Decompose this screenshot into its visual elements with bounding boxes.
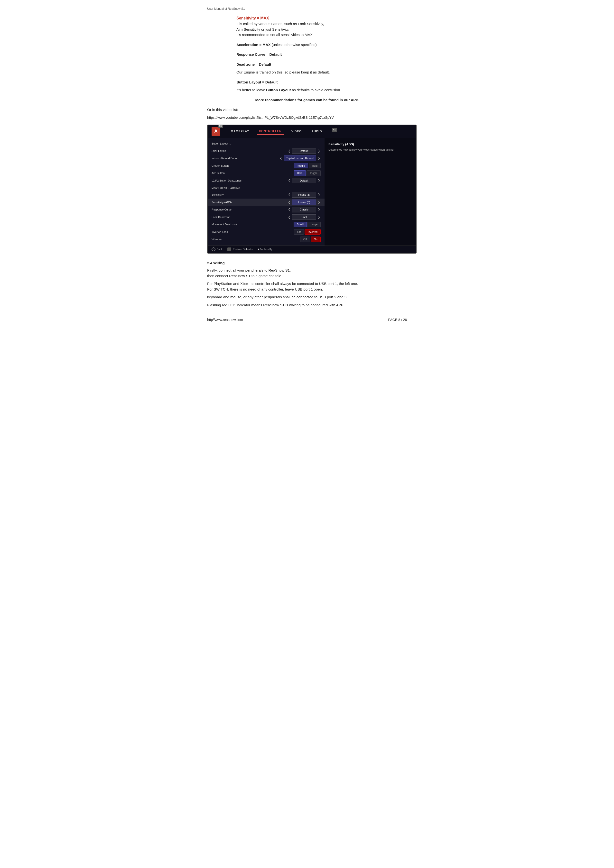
nav-r1: R1 [332, 128, 337, 132]
toggle-inverted-off[interactable]: Off [294, 229, 304, 235]
control-interact-reload: ❮ Tap to Use and Reload ❯ [279, 155, 321, 161]
toggle-crouch-hold[interactable]: Hold [309, 163, 321, 169]
nav-gameplay[interactable]: GAMEPLAY [229, 128, 251, 135]
arrow-left-sensitivity-ads[interactable]: ❮ [288, 200, 291, 205]
value-l2r2-deadzones: Default [292, 178, 316, 183]
dead-zone-title: Dead zone = Default [236, 62, 407, 67]
label-sensitivity: Sensitivity [211, 193, 288, 197]
row-sensitivity-ads[interactable]: Sensitivity (ADS) ❮ Insane (8) ❯ [208, 198, 325, 206]
dead-zone-body: Our Engine is trained on this, so please… [236, 70, 407, 75]
arrow-right-look-deadzone[interactable]: ❯ [317, 215, 321, 219]
acceleration-bold: Acceleration = MAX [236, 43, 270, 47]
row-movement-deadzone[interactable]: Movement Deadzone Small Large [208, 221, 325, 228]
label-movement-deadzone: Movement Deadzone [211, 222, 294, 226]
toggle-vibration-off[interactable]: Off [300, 237, 310, 242]
wiring-para4: Flashing red LED indicator means ReaSnow… [207, 302, 407, 308]
label-button-layout: Button Layout ... [211, 142, 321, 146]
toggle-movement-small[interactable]: Small [294, 222, 307, 227]
info-title: Sensitivity (ADS) [328, 142, 412, 147]
toggle-aim-toggle[interactable]: Toggle [306, 170, 321, 176]
control-l2r2-deadzones: ❮ Default ❯ [288, 178, 321, 183]
toggle-vibration-on[interactable]: On [311, 237, 321, 242]
youtube-url: https://www.youtube.com/playlist?list=PL… [207, 115, 407, 120]
label-response-curve: Response Curve [211, 208, 288, 212]
wiring-para3: keyboard and mouse, or any other periphe… [207, 294, 407, 300]
label-sensitivity-ads: Sensitivity (ADS) [211, 200, 288, 205]
arrow-right-sensitivity-ads[interactable]: ❯ [317, 200, 321, 205]
back-icon: ○ [211, 248, 216, 251]
control-movement-deadzone: Small Large [294, 222, 321, 227]
row-look-deadzone[interactable]: Look Deadzone ❮ Small ❯ [208, 214, 325, 221]
r1-badge: R1 [218, 125, 223, 129]
game-nav: A R1 GAMEPLAY CONTROLLER VIDEO AUDIO R1 [208, 125, 416, 138]
row-aim-button[interactable]: Aim Button Hold Toggle [208, 169, 325, 177]
row-stick-layout[interactable]: Stick Layout ❮ Default ❯ [208, 147, 325, 155]
arrow-right-l2r2[interactable]: ❯ [317, 178, 321, 183]
value-look-deadzone: Small [292, 214, 316, 220]
settings-panel: Button Layout ... Stick Layout ❮ Default… [208, 138, 325, 245]
arrow-right-interact[interactable]: ❯ [317, 156, 321, 160]
section-header-movement: MOVEMENT / AIMING [208, 184, 325, 191]
arrow-right-sensitivity[interactable]: ❯ [317, 192, 321, 197]
label-l2r2-deadzones: L2/R2 Button Deadzones [211, 178, 288, 183]
dead-zone-section: Dead zone = Default Our Engine is traine… [207, 62, 407, 75]
sensitivity-section: Sensitivity = MAX It is called by variou… [207, 16, 407, 38]
arrow-left-response-curve[interactable]: ❮ [288, 207, 291, 212]
row-l2r2-deadzones[interactable]: L2/R2 Button Deadzones ❮ Default ❯ [208, 177, 325, 184]
recommendation-section: More recommendations for games can be fo… [207, 97, 407, 103]
wiring-para2: For PlayStation and Xbox, its controller… [207, 281, 407, 292]
nav-video[interactable]: VIDEO [289, 128, 303, 135]
value-response-curve: Classic [292, 207, 316, 212]
control-sensitivity: ❮ Insane (8) ❯ [288, 192, 321, 198]
label-stick-layout: Stick Layout [211, 149, 288, 153]
nav-audio[interactable]: AUDIO [309, 128, 324, 135]
arrow-left-stick[interactable]: ❮ [288, 149, 291, 153]
row-interact-reload[interactable]: Interact/Reload Button ❮ Tap to Use and … [208, 155, 325, 162]
game-bottom-bar: ○ Back Restore Defaults ✦/✧ Modify [208, 245, 416, 253]
restore-defaults-button[interactable]: Restore Defaults [227, 247, 252, 251]
toggle-inverted-on[interactable]: Inverted [305, 229, 321, 235]
restore-label: Restore Defaults [233, 247, 252, 251]
nav-controller[interactable]: CONTROLLER [257, 128, 283, 135]
arrow-left-l2r2[interactable]: ❮ [288, 178, 291, 183]
label-crouch-button: Crouch Button [211, 164, 294, 168]
row-vibration[interactable]: Vibration Off On [208, 236, 325, 243]
modify-button[interactable]: ✦/✧ Modify [257, 247, 272, 252]
arrow-right-response-curve[interactable]: ❯ [317, 207, 321, 212]
arrow-left-sensitivity[interactable]: ❮ [288, 192, 291, 197]
arrow-left-interact[interactable]: ❮ [279, 156, 283, 160]
label-aim-button: Aim Button [211, 171, 294, 175]
modify-icon: ✦/✧ [257, 247, 263, 252]
modify-label: Modify [264, 247, 272, 251]
info-desc: Determines how quickly your view rotates… [328, 148, 412, 152]
video-list-section: Or in this video list: https://www.youtu… [207, 107, 407, 120]
footer-page: PAGE 8 / 26 [388, 317, 407, 322]
response-curve-section: Response Curve = Default [207, 52, 407, 57]
back-button[interactable]: ○ Back [211, 247, 222, 251]
value-stick-layout: Default [292, 148, 316, 154]
row-sensitivity[interactable]: Sensitivity ❮ Insane (8) ❯ [208, 191, 325, 198]
row-button-layout[interactable]: Button Layout ... [208, 140, 325, 147]
row-response-curve[interactable]: Response Curve ❮ Classic ❯ [208, 206, 325, 214]
toggle-aim-hold[interactable]: Hold [294, 170, 306, 176]
value-interact-reload: Tap to Use and Reload [284, 155, 316, 161]
control-inverted-look: Off Inverted [294, 229, 321, 235]
label-inverted-look: Inverted Look [211, 230, 294, 234]
arrow-left-look-deadzone[interactable]: ❮ [288, 215, 291, 219]
arrow-right-stick[interactable]: ❯ [317, 149, 321, 153]
control-response-curve: ❮ Classic ❯ [288, 207, 321, 212]
video-list-prefix: Or in this video list: [207, 107, 407, 113]
recommendation-text: More recommendations for games can be fo… [236, 97, 378, 103]
row-crouch-button[interactable]: Crouch Button Toggle Hold [208, 162, 325, 170]
row-inverted-look[interactable]: Inverted Look Off Inverted [208, 228, 325, 236]
button-layout-body: It's better to leave Button Layout as de… [236, 87, 407, 93]
toggle-movement-large[interactable]: Large [308, 222, 321, 227]
button-layout-section: Button Layout = Default It's better to l… [207, 79, 407, 93]
sensitivity-title: Sensitivity = MAX [236, 16, 407, 21]
toggle-crouch-toggle[interactable]: Toggle [294, 163, 308, 169]
info-panel: Sensitivity (ADS) Determines how quickly… [325, 138, 416, 245]
control-vibration: Off On [300, 237, 321, 242]
sensitivity-body: It is called by various names, such as L… [236, 21, 407, 38]
wiring-section: 2.4 Wiring Firstly, connect all your per… [207, 260, 407, 308]
response-curve-title: Response Curve = Default [236, 52, 407, 57]
